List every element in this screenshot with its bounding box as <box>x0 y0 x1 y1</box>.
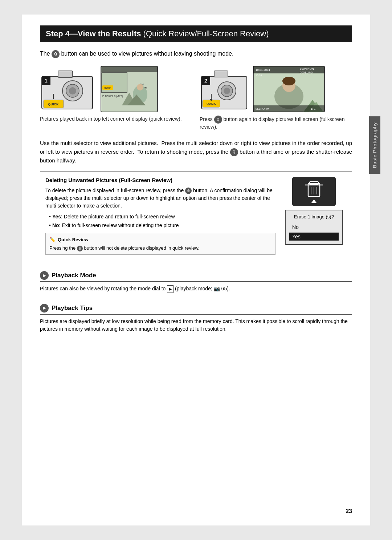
figure-2-images: 2 QUICK 10.01.2004 <box>200 65 352 113</box>
delete-content: Deleting Unwanted Pictures (Full-Screen … <box>45 177 275 255</box>
trash-diagram-svg <box>292 177 336 206</box>
svg-text:10.01.2004: 10.01.2004 <box>256 68 270 72</box>
svg-point-3 <box>69 87 76 94</box>
svg-text:100NIKON: 100NIKON <box>300 67 314 70</box>
figure-1-images: QUICK 1 <box>40 65 192 113</box>
quick-button-icon: Q <box>52 50 60 58</box>
playback-mode-icon: ▶ <box>40 271 49 280</box>
svg-text:8M/NORM: 8M/NORM <box>256 107 269 110</box>
erase-dialog: Erase 1 image (s)? No Yes <box>285 210 343 245</box>
svg-rect-4 <box>58 71 73 77</box>
erase-option-yes[interactable]: Yes <box>289 233 339 241</box>
delete-heading: Deleting Unwanted Pictures (Full-Screen … <box>45 177 275 183</box>
svg-rect-26 <box>214 71 228 77</box>
figure-1-caption: Pictures played back in top left corner … <box>40 116 192 123</box>
quick-review-title: ✏️ Quick Review <box>49 236 271 243</box>
svg-rect-11 <box>101 66 158 72</box>
svg-text:QUICK: QUICK <box>48 102 59 106</box>
erase-dialog-title: Erase 1 image (s)? <box>289 214 339 219</box>
quick-review-text: Pressing the 🗑 button will not delete pi… <box>49 245 271 251</box>
svg-text:1: 1 <box>45 78 48 84</box>
playback-tips-text: Pictures are displayed briefly at low re… <box>40 318 352 333</box>
figure-1: QUICK 1 <box>40 65 192 131</box>
playback-tips-title: ▶ Playback Tips <box>40 304 352 315</box>
page-ref: 📷 <box>214 286 220 291</box>
delete-section: Deleting Unwanted Pictures (Full-Screen … <box>40 172 352 261</box>
camera-diagram-2: 2 QUICK <box>200 65 250 113</box>
quick-review-note: ✏️ Quick Review Pressing the 🗑 button wi… <box>45 233 275 255</box>
svg-text:P 1/60  F2.8  (-126): P 1/60 F2.8 (-126) <box>102 95 123 98</box>
playback-tips-section: ▶ Playback Tips Pictures are displayed b… <box>40 304 352 333</box>
delete-list: Yes: Delete the picture and return to fu… <box>49 213 275 230</box>
playback-mode-title: ▶ Playback Mode <box>40 271 352 282</box>
erase-options: No Yes <box>289 223 339 241</box>
playback-mode-text: Pictures can also be viewed by rotating … <box>40 285 352 293</box>
playback-arrow-icon: ▶ <box>167 285 173 293</box>
svg-text:0001.JPG: 0001.JPG <box>300 71 313 74</box>
svg-text:10:20: 10:20 <box>256 74 262 77</box>
playback-tips-icon: ▶ <box>40 304 49 313</box>
delete-list-item-yes: Yes: Delete the picture and return to fu… <box>49 213 275 221</box>
trash-button-diagram <box>292 177 336 206</box>
svg-text:2: 2 <box>204 78 207 84</box>
playback-mode-section: ▶ Playback Mode Pictures can also be vie… <box>40 271 352 293</box>
page-number: 23 <box>346 508 352 515</box>
screen-preview-2: 10.01.2004 10:20 100NIKON 0001.JPG <box>253 65 325 113</box>
sidebar-tab: Basic Photography <box>369 116 380 174</box>
svg-point-19 <box>137 84 143 90</box>
svg-text:QUICK: QUICK <box>104 87 111 89</box>
step-heading: Step 4—View the Results (Quick Review/Fu… <box>40 25 352 42</box>
figures-row: QUICK 1 <box>40 65 352 131</box>
svg-text:1/ 1: 1/ 1 <box>311 107 316 110</box>
trash-icon-inline: 🗑 <box>185 188 192 194</box>
svg-point-25 <box>224 88 230 94</box>
quick-icon-inline-2: Q <box>214 116 222 124</box>
screen-preview-1: QUICK P 1/60 F2.8 (-126) 8M NORM <box>100 65 158 113</box>
svg-point-41 <box>282 77 295 85</box>
pencil-icon: ✏️ <box>49 236 56 243</box>
quick-icon-inline-3: Q <box>230 148 238 156</box>
delete-right: Erase 1 image (s)? No Yes <box>281 177 347 255</box>
svg-text:QUICK: QUICK <box>207 102 216 105</box>
intro-text: The Q button can be used to view picture… <box>40 49 352 58</box>
figure-2: 2 QUICK 10.01.2004 <box>200 65 352 131</box>
delete-list-item-no: No: Exit to full-screen review without d… <box>49 221 275 229</box>
erase-option-no[interactable]: No <box>289 223 339 231</box>
body-paragraph: Use the multi selector to view additiona… <box>40 139 352 165</box>
delete-text: To delete the picture displayed in full-… <box>45 187 275 210</box>
camera-diagram-1: QUICK 1 <box>40 65 98 113</box>
figure-2-caption: Press Q button again to display pictures… <box>200 116 352 131</box>
trash-icon-inline-2: 🗑 <box>77 246 83 251</box>
